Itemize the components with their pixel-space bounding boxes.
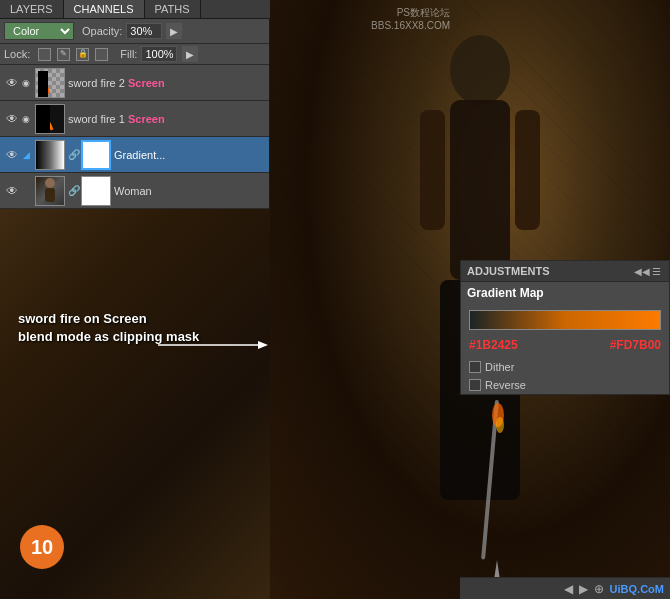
layers-panel: Color Normal Screen Multiply Opacity: ▶ … <box>0 19 270 209</box>
layer-eye-woman[interactable]: 👁 <box>4 183 20 199</box>
blend-mode-select[interactable]: Color Normal Screen Multiply <box>4 22 74 40</box>
reverse-label: Reverse <box>485 379 526 391</box>
left-panel: LAYERS CHANNELS PATHS Color Normal Scree… <box>0 0 270 209</box>
reverse-row: Reverse <box>461 376 669 394</box>
fill-input[interactable] <box>141 46 177 62</box>
layer-row-sword2[interactable]: 👁 ◉ sword fire 2 Screen <box>0 65 269 101</box>
layer-name-gradient: Gradient... <box>114 149 265 161</box>
layer-arrow-sword1: ◉ <box>20 111 32 127</box>
lock-all-icon[interactable]: 🔒 <box>76 48 89 61</box>
layer-blend-sword1: Screen <box>128 113 165 125</box>
tabs-row: LAYERS CHANNELS PATHS <box>0 0 270 19</box>
svg-point-9 <box>45 178 55 188</box>
tab-layers[interactable]: LAYERS <box>0 0 64 18</box>
gradient-bar[interactable] <box>469 310 661 330</box>
bottom-bar: ◀ ▶ ⊕ UiBQ.CoM <box>460 577 670 599</box>
svg-rect-10 <box>45 188 55 202</box>
layer-name-sword1: sword fire 1 Screen <box>68 113 265 125</box>
bottom-icon-3[interactable]: ⊕ <box>594 582 604 596</box>
svg-rect-3 <box>420 110 445 230</box>
badge-number: 10 <box>31 536 53 559</box>
layer-arrow-woman <box>20 183 32 199</box>
layer-link-woman[interactable]: 🔗 <box>68 183 80 199</box>
layer-link-gradient[interactable]: 🔗 <box>68 147 80 163</box>
layer-name-sword2: sword fire 2 Screen <box>68 77 265 89</box>
dither-checkbox[interactable] <box>469 361 481 373</box>
blend-mode-row: Color Normal Screen Multiply Opacity: ▶ <box>0 19 269 44</box>
watermark-line1: PS数程论坛 <box>371 6 450 20</box>
lock-row: Lock: ✎ 🔒 Fill: ▶ <box>0 44 269 65</box>
svg-point-8 <box>496 417 504 433</box>
gradient-labels: #1B2425 #FD7B00 <box>461 336 669 354</box>
layer-mask-gradient <box>81 140 111 170</box>
adjustments-collapse-icon[interactable]: ◀◀ <box>635 264 649 278</box>
annotation: sword fire on Screen blend mode as clipp… <box>18 310 199 346</box>
lock-label: Lock: <box>4 48 30 60</box>
svg-rect-1 <box>450 100 510 280</box>
layer-thumb-woman <box>35 176 65 206</box>
tab-channels[interactable]: CHANNELS <box>64 0 145 18</box>
watermark: PS数程论坛 BBS.16XX8.COM <box>371 6 450 31</box>
svg-rect-4 <box>515 110 540 230</box>
layer-thumb-sword2 <box>35 68 65 98</box>
layer-eye-sword1[interactable]: 👁 <box>4 111 20 127</box>
layer-eye-gradient[interactable]: 👁 <box>4 147 20 163</box>
tab-paths[interactable]: PATHS <box>145 0 201 18</box>
fill-arrow[interactable]: ▶ <box>182 46 198 62</box>
annotation-line1: sword fire on Screen <box>18 311 147 326</box>
gradient-dark-label: #1B2425 <box>469 338 518 352</box>
svg-point-0 <box>450 35 510 105</box>
watermark-line2: BBS.16XX8.COM <box>371 20 450 31</box>
reverse-checkbox[interactable] <box>469 379 481 391</box>
layer-row-woman[interactable]: 👁 🔗 Woman <box>0 173 269 209</box>
layer-thumb-gradient <box>35 140 65 170</box>
bottom-icon-1[interactable]: ◀ <box>564 582 573 596</box>
adjustments-subtitle: Gradient Map <box>461 282 669 304</box>
adjustments-title: ADJUSTMENTS <box>467 265 635 277</box>
opacity-label: Opacity: <box>82 25 122 37</box>
svg-marker-12 <box>258 341 268 349</box>
gradient-light-label: #FD7B00 <box>610 338 661 352</box>
layer-arrow-gradient: ◢ <box>20 147 32 163</box>
layer-mask-woman <box>81 176 111 206</box>
lock-transparent-icon[interactable] <box>38 48 51 61</box>
layer-arrow-sword2: ◉ <box>20 75 32 91</box>
bottom-icon-2[interactable]: ▶ <box>579 582 588 596</box>
adjustments-panel: ADJUSTMENTS ◀◀ ☰ Gradient Map #1B2425 #F… <box>460 260 670 395</box>
number-badge: 10 <box>20 525 64 569</box>
fill-label: Fill: <box>120 48 137 60</box>
adjustments-header: ADJUSTMENTS ◀◀ ☰ <box>461 261 669 282</box>
lock-move-icon[interactable]: ✎ <box>57 48 70 61</box>
layer-blend-sword2: Screen <box>128 77 165 89</box>
bottom-logo: UiBQ.CoM <box>610 583 664 595</box>
layer-row-sword1[interactable]: 👁 ◉ sword fire 1 Screen <box>0 101 269 137</box>
layer-name-woman: Woman <box>114 185 265 197</box>
annotation-arrow <box>158 335 278 385</box>
opacity-input[interactable] <box>126 23 162 39</box>
dither-label: Dither <box>485 361 514 373</box>
layer-thumb-sword1 <box>35 104 65 134</box>
lock-position-icon[interactable] <box>95 48 108 61</box>
opacity-arrow[interactable]: ▶ <box>166 23 182 39</box>
dither-row: Dither <box>461 358 669 376</box>
layer-eye-sword2[interactable]: 👁 <box>4 75 20 91</box>
layer-row-gradient[interactable]: 👁 ◢ 🔗 Gradient... <box>0 137 269 173</box>
adjustments-menu-icon[interactable]: ☰ <box>649 264 663 278</box>
